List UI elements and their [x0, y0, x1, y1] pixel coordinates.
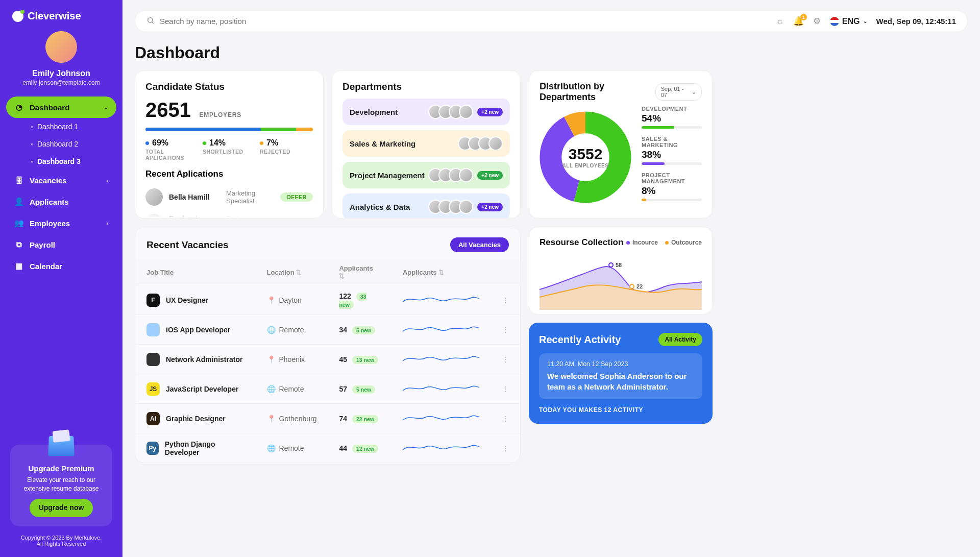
stat-item: 7% REJECTED	[260, 138, 313, 161]
sidebar: Cleverwise Emily Johnson emily-jonson@te…	[0, 0, 122, 557]
nav-applicants[interactable]: 👤 Applicants	[6, 191, 116, 212]
search-input[interactable]	[160, 17, 768, 26]
datetime: Wed, Sep 09, 12:45:11	[876, 17, 956, 26]
date-range-select[interactable]: Sep, 01 - 07 ⌄	[655, 83, 702, 101]
more-icon[interactable]: ⋮	[502, 296, 509, 304]
table-row[interactable]: JSJavaScript Developer 🌐Remote 575 new ⋮	[135, 374, 520, 404]
theme-toggle-icon[interactable]: ☼	[776, 16, 784, 27]
legend-label: PROJECT MANAGEMENT	[642, 172, 702, 184]
chevron-right-icon: ›	[106, 178, 108, 184]
department-name: Development	[350, 108, 398, 116]
department-name: Project Management	[350, 171, 425, 180]
department-row[interactable]: Sales & Marketing	[342, 130, 510, 157]
all-vacancies-button[interactable]: All Vacancies	[450, 237, 509, 252]
recently-activity-card: Recently Activity All Activity 11.20 AM,…	[529, 323, 713, 424]
nav-dashboard[interactable]: ◔ Dashboard ⌄	[6, 96, 116, 118]
departments-card: Departments Development +2 new Sales & M…	[332, 70, 521, 219]
card-title: Recently Activity	[539, 334, 621, 346]
legend-item: PROJECT MANAGEMENT 8%	[642, 172, 702, 201]
job-title: JavaScript Developer	[166, 385, 238, 393]
table-row[interactable]: PyPython Django Developer 🌐Remote 4412 n…	[135, 433, 520, 463]
search	[146, 16, 768, 26]
nav-label: Applicants	[30, 198, 69, 206]
settings-icon[interactable]: ⚙	[813, 16, 821, 27]
application-row[interactable]: Bella Hamill Marketing Specialist OFFER	[145, 184, 313, 210]
marker-dot	[608, 262, 614, 268]
search-icon	[146, 16, 155, 26]
copyright: Copyright © 2023 By Merkulove. All Right…	[0, 535, 122, 547]
nav-employees[interactable]: 👥 Employees ›	[6, 212, 116, 234]
nav-sub-dashboard-2[interactable]: ◦Dashboard 2	[31, 135, 116, 153]
col-applicants[interactable]: Applicants ⇅	[328, 259, 391, 285]
marker-dot	[629, 284, 634, 289]
job-title: Network Administrator	[166, 355, 242, 364]
more-icon[interactable]: ⋮	[502, 415, 509, 423]
nav-payroll[interactable]: ⧉ Payroll	[6, 234, 116, 255]
all-activity-button[interactable]: All Activity	[658, 333, 702, 346]
resource-collection-card: Resourse Collection Incource Outcource	[529, 227, 713, 314]
calendar-icon: ▦	[14, 261, 23, 271]
new-badge: +2 new	[477, 108, 503, 116]
nav-label: Employees	[30, 219, 70, 228]
pin-icon: 📍	[267, 415, 276, 423]
briefcase-icon: 🗄	[14, 176, 23, 185]
nav-label: Payroll	[30, 240, 55, 249]
cards-row-1: Candidate Status 2651 EMPLOYERS 69% TOTA…	[135, 70, 968, 219]
notifications-icon[interactable]: 🔔1	[793, 16, 804, 27]
department-row[interactable]: Project Management +2 new	[342, 162, 510, 188]
total-label: EMPLOYERS	[199, 111, 241, 118]
app-icon: JS	[146, 382, 160, 396]
avatar	[145, 188, 163, 206]
brand-name: Cleverwise	[28, 10, 81, 22]
table-row[interactable]: iOS App Developer 🌐Remote 345 new ⋮	[135, 315, 520, 345]
applicant-name: Bella Hamill	[169, 193, 220, 201]
activity-footer: TODAY YOU MAKES 12 ACTIVITY	[539, 406, 702, 414]
recent-apps-title: Recent Aplications	[145, 169, 313, 179]
stats-row: 69% TOTAL APLICATIONS 14% SHORTLISTED 7%…	[145, 138, 313, 161]
table-row[interactable]: FUX Designer 📍Dayton 12233 new ⋮	[135, 285, 520, 315]
job-title: UX Designer	[166, 296, 208, 304]
department-name: Sales & Marketing	[350, 139, 415, 148]
legend-value: 54%	[642, 113, 702, 124]
applicant-position: Marketing Specialist	[226, 189, 274, 205]
logo[interactable]: Cleverwise	[0, 10, 122, 31]
location: Remote	[279, 385, 304, 393]
pin-icon: 📍	[267, 296, 276, 304]
job-title: Python Django Developer	[165, 440, 244, 456]
upgrade-title: Upgrade Premium	[17, 463, 105, 474]
table-row[interactable]: Network Administrator 📍Phoenix 4513 new …	[135, 345, 520, 374]
profile-name: Emily Johnson	[8, 69, 114, 78]
upgrade-button[interactable]: Upgrade now	[30, 499, 93, 517]
department-row[interactable]: Development +2 new	[342, 99, 510, 125]
department-row[interactable]: Analytics & Data +2 new	[342, 193, 510, 219]
table-row[interactable]: AiGraphic Designer 📍Gothenburg 7422 new …	[135, 404, 520, 433]
nav-calendar[interactable]: ▦ Calendar	[6, 255, 116, 277]
globe-icon: 🌐	[267, 444, 276, 452]
col-applicants-2[interactable]: Applicants ⇅	[391, 259, 491, 285]
sparkline	[403, 292, 479, 307]
nav-sub-dashboard-3[interactable]: ◦Dashboard 3	[31, 153, 116, 170]
nav-vacancies[interactable]: 🗄 Vacancies ›	[6, 170, 116, 191]
avatar[interactable]	[45, 31, 77, 63]
col-location[interactable]: Location ⇅	[256, 259, 328, 285]
more-icon[interactable]: ⋮	[502, 326, 509, 334]
col-jobtitle[interactable]: Job Title	[135, 259, 256, 285]
activity-item[interactable]: 11.20 AM, Mon 12 Sep 2023 We welcomed So…	[539, 353, 702, 399]
more-icon[interactable]: ⋮	[502, 355, 509, 364]
app-icon	[146, 353, 160, 366]
profile-block: Emily Johnson emily-jonson@template.com	[0, 31, 122, 96]
nav-sub-dashboard-1[interactable]: ◦Dashboard 1	[31, 118, 116, 135]
avatar-stack	[458, 136, 503, 151]
logo-icon	[12, 11, 23, 22]
pin-icon: 📍	[267, 355, 276, 364]
applicant-count: 57	[339, 385, 347, 393]
more-icon[interactable]: ⋮	[502, 385, 509, 393]
lang-select[interactable]: ENG ⌄	[830, 17, 867, 26]
donut-chart: 3552 ALL EMPLOYEES	[540, 111, 631, 203]
more-icon[interactable]: ⋮	[502, 444, 509, 452]
sparkline	[403, 321, 479, 336]
new-pill: 5 new	[352, 326, 375, 334]
legend-label: DEVELOPMENT	[642, 106, 702, 112]
nav-label: Vacancies	[30, 176, 67, 185]
applicant-count: 44	[339, 444, 347, 452]
